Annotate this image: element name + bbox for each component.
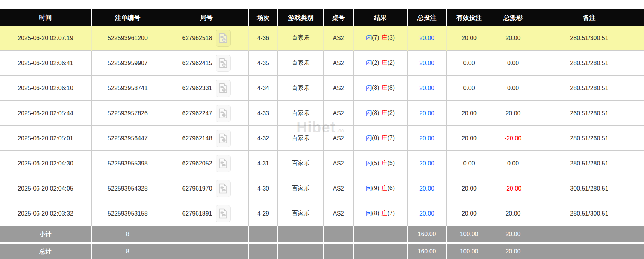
cell-valid-bet: 20.00 bbox=[447, 201, 492, 226]
cell-round: 627961970 bbox=[164, 176, 249, 201]
result-banker-score: (7) bbox=[388, 135, 395, 141]
cell-bet-id: 522593954328 bbox=[92, 176, 164, 201]
cell-time: 2025-06-20 02:04:30 bbox=[0, 151, 92, 176]
col-header-payout: 总派彩 bbox=[492, 9, 534, 26]
result-banker-score: (5) bbox=[388, 160, 395, 166]
cell-total-bet: 20.00 bbox=[408, 176, 447, 201]
table-row: 2025-06-20 02:04:30 522593955398 6279620… bbox=[0, 151, 644, 176]
cell-payout: -20.00 bbox=[492, 126, 534, 151]
col-header-time: 时间 bbox=[0, 9, 92, 26]
cell-result: 闲(9)庄(6) bbox=[354, 176, 408, 201]
cell-result: 闲(2)庄(2) bbox=[354, 51, 408, 76]
video-file-icon bbox=[219, 58, 227, 68]
cell-result: 闲(8)庄(8) bbox=[354, 76, 408, 101]
cell-payout: 20.00 bbox=[492, 201, 534, 226]
round-number: 627962415 bbox=[182, 60, 212, 67]
cell-time: 2025-06-20 02:06:41 bbox=[0, 51, 92, 76]
cell-result: 闲(0)庄(7) bbox=[354, 126, 408, 151]
cell-total-bet: 20.00 bbox=[408, 151, 447, 176]
cell-game-type: 百家乐 bbox=[278, 176, 324, 201]
cell-valid-bet: 0.00 bbox=[447, 51, 492, 76]
cell-game-type: 百家乐 bbox=[278, 76, 324, 101]
video-replay-button[interactable] bbox=[216, 130, 231, 147]
cell-total-bet: 20.00 bbox=[408, 201, 447, 226]
cell-remark: 280.51/280.51 bbox=[534, 51, 644, 76]
result-banker-score: (2) bbox=[388, 60, 395, 66]
cell-result: 闲(5)庄(5) bbox=[354, 151, 408, 176]
video-replay-button[interactable] bbox=[216, 105, 231, 122]
round-number: 627962148 bbox=[182, 135, 212, 142]
cell-session: 4-30 bbox=[249, 176, 278, 201]
cell-valid-bet: 0.00 bbox=[447, 151, 492, 176]
col-header-valid-bet: 有效投注 bbox=[447, 9, 492, 26]
col-header-total-bet: 总投注 bbox=[408, 9, 447, 26]
cell-session: 4-34 bbox=[249, 76, 278, 101]
cell-session: 4-33 bbox=[249, 101, 278, 126]
result-banker-score: (3) bbox=[388, 34, 395, 41]
result-player-score: (7) bbox=[372, 34, 379, 41]
subtotal-count: 8 bbox=[92, 226, 164, 242]
cell-total-bet: 20.00 bbox=[408, 51, 447, 76]
total-total-bet: 160.00 bbox=[408, 244, 447, 259]
cell-table-no: AS2 bbox=[324, 176, 354, 201]
result-banker-score: (6) bbox=[388, 185, 395, 191]
round-number: 627962052 bbox=[182, 160, 212, 167]
cell-payout: 0.00 bbox=[492, 51, 534, 76]
cell-session: 4-35 bbox=[249, 51, 278, 76]
cell-round: 627962052 bbox=[164, 151, 249, 176]
result-player-label: 闲 bbox=[366, 135, 372, 141]
cell-bet-id: 522593957826 bbox=[92, 101, 164, 126]
result-banker-score: (7) bbox=[388, 210, 395, 216]
result-player-score: (0) bbox=[372, 135, 379, 141]
video-file-icon bbox=[219, 208, 227, 219]
cell-total-bet: 20.00 bbox=[408, 101, 447, 126]
round-number: 627962331 bbox=[182, 85, 212, 92]
video-replay-button[interactable] bbox=[216, 155, 231, 172]
subtotal-label: 小计 bbox=[0, 226, 92, 242]
video-replay-button[interactable] bbox=[216, 205, 231, 222]
cell-table-no: AS2 bbox=[324, 151, 354, 176]
bet-records-table: 时间 注单编号 局号 场次 游戏类别 桌号 结果 总投注 有效投注 总派彩 备注… bbox=[0, 9, 644, 259]
video-replay-button[interactable] bbox=[216, 55, 231, 72]
col-header-table-no: 桌号 bbox=[324, 9, 354, 26]
cell-result: 闲(8)庄(2) bbox=[354, 101, 408, 126]
round-number: 627961970 bbox=[182, 185, 212, 192]
col-header-result: 结果 bbox=[354, 9, 408, 26]
table-row: 2025-06-20 02:06:10 522593958741 6279623… bbox=[0, 76, 644, 101]
video-file-icon bbox=[219, 108, 227, 118]
cell-valid-bet: 0.00 bbox=[447, 76, 492, 101]
result-player-label: 闲 bbox=[366, 185, 372, 191]
result-player-label: 闲 bbox=[366, 85, 372, 91]
cell-remark: 280.51/280.51 bbox=[534, 151, 644, 176]
cell-game-type: 百家乐 bbox=[278, 101, 324, 126]
cell-game-type: 百家乐 bbox=[278, 26, 324, 51]
cell-table-no: AS2 bbox=[324, 76, 354, 101]
table-summary: 小计 8 160.00 100.00 20.00 总计 8 160.00 100… bbox=[0, 226, 644, 259]
table-row: 2025-06-20 02:03:32 522593953158 6279618… bbox=[0, 201, 644, 226]
cell-time: 2025-06-20 02:03:32 bbox=[0, 201, 92, 226]
video-replay-button[interactable] bbox=[216, 80, 231, 97]
cell-round: 627962518 bbox=[164, 26, 249, 51]
cell-table-no: AS2 bbox=[324, 126, 354, 151]
table-body: 2025-06-20 02:07:19 522593961200 6279625… bbox=[0, 26, 644, 226]
cell-table-no: AS2 bbox=[324, 51, 354, 76]
video-replay-button[interactable] bbox=[216, 180, 231, 197]
cell-valid-bet: 20.00 bbox=[447, 176, 492, 201]
col-header-session: 场次 bbox=[249, 9, 278, 26]
cell-total-bet: 20.00 bbox=[408, 76, 447, 101]
cell-bet-id: 522593958741 bbox=[92, 76, 164, 101]
cell-payout: -20.00 bbox=[492, 176, 534, 201]
video-file-icon bbox=[219, 133, 227, 143]
result-banker-label: 庄 bbox=[382, 110, 388, 116]
result-banker-label: 庄 bbox=[382, 60, 388, 66]
cell-table-no: AS2 bbox=[324, 201, 354, 226]
result-player-score: (8) bbox=[372, 210, 379, 216]
table-header: 时间 注单编号 局号 场次 游戏类别 桌号 结果 总投注 有效投注 总派彩 备注 bbox=[0, 9, 644, 26]
total-count: 8 bbox=[92, 244, 164, 259]
result-player-score: (9) bbox=[372, 185, 379, 191]
result-banker-label: 庄 bbox=[382, 160, 388, 166]
cell-time: 2025-06-20 02:04:05 bbox=[0, 176, 92, 201]
video-replay-button[interactable] bbox=[216, 30, 231, 47]
cell-bet-id: 522593953158 bbox=[92, 201, 164, 226]
table-row: 2025-06-20 02:06:41 522593959907 6279624… bbox=[0, 51, 644, 76]
